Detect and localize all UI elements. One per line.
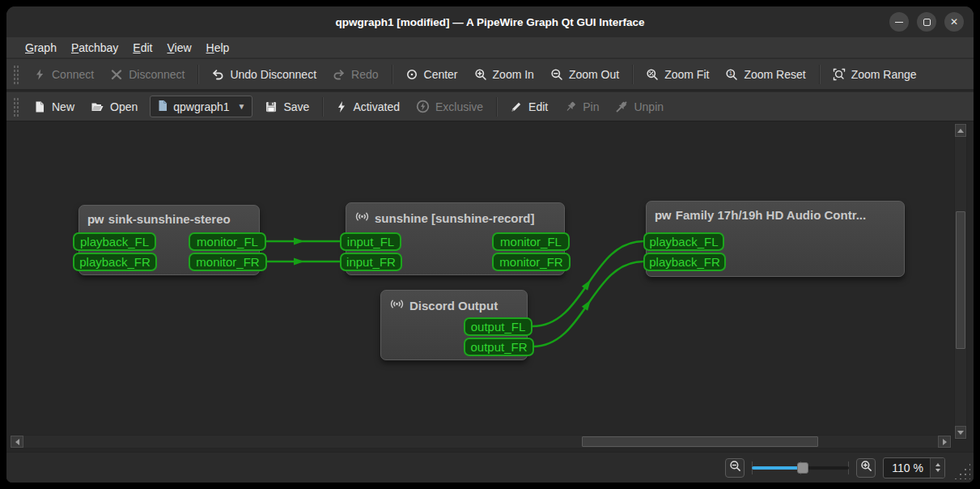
close-icon: ✕	[950, 17, 958, 27]
stream-icon	[389, 297, 405, 313]
arrow-right-icon	[943, 439, 947, 445]
center-button[interactable]: Center	[398, 63, 465, 86]
session-selector[interactable]: qpwgraph1 ▼	[150, 96, 252, 117]
exclusive-button[interactable]: Exclusive	[409, 95, 490, 118]
statusbar-zoom-out-button[interactable]	[725, 458, 745, 478]
port-playback-fl[interactable]: playback_FL	[643, 232, 724, 251]
activated-icon	[336, 100, 347, 113]
toolbar-separator	[496, 97, 497, 117]
toolbar-drag-handle[interactable]	[13, 65, 19, 84]
scroll-up-button[interactable]	[955, 124, 966, 137]
connect-button[interactable]: Connect	[26, 63, 101, 86]
new-button[interactable]: New	[26, 96, 82, 118]
connection-arrow	[294, 258, 304, 266]
spin-up-icon	[935, 463, 940, 466]
pipewire-icon: pw	[87, 212, 104, 226]
zoom-out-button[interactable]: Zoom Out	[543, 63, 626, 86]
redo-icon	[333, 68, 346, 81]
menu-graph[interactable]: Graph	[18, 39, 64, 57]
toolbar-separator	[322, 97, 323, 117]
port-playback-fl[interactable]: playback_FL	[73, 232, 156, 251]
edit-icon	[510, 100, 523, 113]
horizontal-scroll-thumb[interactable]	[582, 436, 818, 447]
file-toolbar: New Open qpwgraph1 ▼ Save Activated	[6, 91, 974, 121]
menu-patchbay[interactable]: Patchbay	[64, 39, 125, 57]
toolbar-separator	[819, 65, 820, 84]
port-monitor-fl[interactable]: monitor_FL	[492, 232, 570, 251]
port-input-fr[interactable]: input_FR	[340, 253, 402, 271]
patchbay-file-icon	[157, 100, 168, 114]
port-monitor-fr[interactable]: monitor_FR	[492, 253, 571, 271]
unpin-icon	[615, 100, 628, 113]
port-playback-fr[interactable]: playback_FR	[73, 253, 157, 271]
zoom-slider[interactable]	[752, 458, 849, 478]
redo-button[interactable]: Redo	[325, 63, 385, 86]
connection-arrow	[582, 298, 594, 311]
maximize-button[interactable]	[917, 12, 936, 32]
horizontal-scrollbar[interactable]	[10, 435, 952, 449]
port-monitor-fr[interactable]: monitor_FR	[189, 253, 267, 271]
vertical-scrollbar[interactable]	[954, 123, 967, 440]
arrow-left-icon	[15, 439, 19, 445]
minimize-icon	[895, 22, 903, 23]
stream-icon	[354, 210, 370, 226]
window-title: qpwgraph1 [modified] — A PipeWire Graph …	[335, 16, 644, 28]
zoom-in-button[interactable]: Zoom In	[467, 63, 541, 86]
connection-arrow	[582, 278, 594, 291]
zoom-fit-icon	[646, 68, 659, 81]
zoom-reset-icon: 1	[725, 68, 738, 81]
spin-down-icon	[935, 469, 940, 472]
new-file-icon	[33, 100, 46, 113]
pin-button[interactable]: Pin	[557, 96, 606, 118]
connection-wires	[6, 121, 974, 453]
node-title: Family 17h/19h HD Audio Contr...	[676, 208, 866, 222]
zoom-reset-button[interactable]: 1 Zoom Reset	[718, 63, 812, 86]
scroll-down-button[interactable]	[955, 426, 966, 439]
scroll-left-button[interactable]	[11, 436, 23, 448]
undo-icon	[211, 68, 224, 81]
zoom-fit-button[interactable]: Zoom Fit	[638, 63, 716, 86]
zoom-out-icon	[729, 460, 741, 475]
qpwgraph-window: qpwgraph1 [modified] — A PipeWire Graph …	[6, 6, 974, 483]
minimize-button[interactable]	[889, 12, 909, 32]
statusbar-zoom-in-button[interactable]	[856, 458, 876, 478]
scroll-right-button[interactable]	[938, 436, 951, 448]
unpin-button[interactable]: Unpin	[608, 96, 671, 118]
node-title: Discord Output	[409, 299, 498, 313]
port-monitor-fl[interactable]: monitor_FL	[189, 232, 266, 251]
edit-button[interactable]: Edit	[503, 96, 555, 118]
port-input-fl[interactable]: input_FL	[340, 232, 401, 251]
resize-grip[interactable]	[952, 461, 970, 479]
session-selector-value: qpwgraph1	[173, 100, 229, 113]
pin-icon	[564, 100, 577, 113]
menu-bar: Graph Patchbay Edit View Help	[6, 37, 974, 58]
slider-fill	[752, 466, 802, 470]
zoom-out-icon	[550, 68, 563, 81]
port-playback-fr[interactable]: playback_FR	[643, 253, 726, 271]
menu-help[interactable]: Help	[199, 39, 237, 57]
menu-edit[interactable]: Edit	[125, 39, 159, 57]
disconnect-button[interactable]: Disconnect	[103, 63, 192, 86]
node-title: sink-sunshine-stereo	[108, 212, 231, 226]
undo-disconnect-button[interactable]: Undo Disconnect	[204, 63, 324, 86]
save-button[interactable]: Save	[257, 96, 316, 118]
activated-button[interactable]: Activated	[329, 96, 407, 118]
graph-canvas[interactable]: pw sink-sunshine-stereo playback_FL play…	[6, 121, 974, 452]
toolbar-separator	[392, 65, 392, 84]
toolbar-separator	[632, 65, 633, 84]
toolbar-drag-handle[interactable]	[13, 97, 19, 117]
port-output-fr[interactable]: output_FR	[464, 338, 534, 356]
vertical-scroll-thumb[interactable]	[956, 211, 965, 349]
title-bar[interactable]: qpwgraph1 [modified] — A PipeWire Graph …	[6, 6, 974, 37]
zoom-spinbox[interactable]: 110 %	[883, 457, 945, 478]
connect-icon	[33, 68, 46, 81]
open-folder-icon	[91, 100, 104, 113]
zoom-range-button[interactable]: Zoom Range	[825, 63, 924, 86]
zoom-slider-handle[interactable]	[797, 462, 808, 474]
port-output-fl[interactable]: output_FL	[464, 317, 532, 336]
save-icon	[265, 100, 278, 113]
menu-view[interactable]: View	[159, 39, 198, 57]
spinbox-arrows[interactable]	[930, 458, 944, 478]
open-button[interactable]: Open	[83, 96, 145, 118]
close-button[interactable]: ✕	[944, 12, 964, 32]
